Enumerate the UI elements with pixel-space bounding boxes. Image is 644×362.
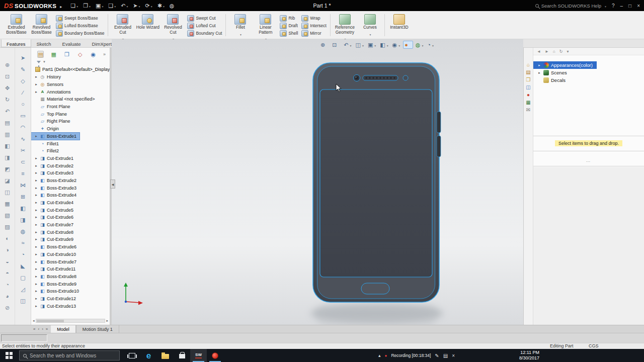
scroll-right-icon[interactable]: [106, 319, 108, 323]
appearance-tree-item[interactable]: Scenes: [533, 69, 571, 76]
expand-arrow-icon[interactable]: [34, 230, 38, 234]
configurationmanager-tab-icon[interactable]: ❐: [63, 51, 70, 58]
expand-arrow-icon[interactable]: [34, 90, 38, 94]
appearance-tree-item[interactable]: Appearances(color): [533, 61, 597, 69]
phone-screen[interactable]: [320, 89, 432, 277]
file-explorer-button[interactable]: [157, 349, 174, 362]
dimxpertmanager-tab-icon[interactable]: ◇: [77, 51, 84, 58]
tree-horizontal-scrollbar[interactable]: [33, 318, 108, 323]
appearances-tab-icon[interactable]: ●: [525, 92, 532, 98]
expand-arrow-icon[interactable]: [537, 63, 541, 67]
shell-tool-icon[interactable]: ▢: [19, 274, 27, 282]
featuremanager-tab-icon[interactable]: ▤: [37, 51, 44, 58]
appearance-tree-item[interactable]: Decals: [533, 76, 570, 84]
line-tool-icon[interactable]: ∕: [19, 88, 27, 97]
feature-tree-item[interactable]: ◎ Sensors: [31, 81, 66, 88]
pin-icon[interactable]: ▾: [567, 49, 569, 54]
motion-study-1-tab[interactable]: Motion Study 1: [76, 325, 119, 333]
zoom-to-fit-icon[interactable]: ⊕: [319, 41, 330, 49]
close-button[interactable]: ×: [637, 3, 640, 9]
curves-button[interactable]: Curves: [358, 13, 382, 37]
display-style-icon[interactable]: ◧: [379, 41, 389, 49]
help-search-box[interactable]: Search SOLIDWORKS Help: [535, 3, 607, 9]
view-palette-icon[interactable]: ◫: [525, 84, 532, 90]
expand-arrow-icon[interactable]: [34, 304, 38, 308]
expand-arrow-icon[interactable]: [34, 134, 38, 138]
feature-tree-item[interactable]: ◧ Boss-Extrude10: [31, 288, 82, 295]
feature-tree-item[interactable]: ◨ Cut-Extrude4: [31, 199, 76, 207]
feature-tree-item[interactable]: ◨ Cut-Extrude3: [31, 169, 76, 177]
shell-button[interactable]: Shell: [279, 30, 299, 37]
left-view-icon[interactable]: ◧: [3, 142, 12, 150]
propertymanager-tab-icon[interactable]: ▦: [50, 51, 57, 58]
viewport-canvas[interactable]: ⊕ ⊡ ↶ ◫ ▣ ◧ ◉ ● ◍ ◔: [112, 39, 523, 325]
boundary-cut-button[interactable]: Boundary Cut: [186, 30, 223, 37]
expand-arrow-icon[interactable]: [34, 237, 38, 241]
tray-expand-icon[interactable]: ▴: [378, 353, 381, 358]
hide-show-items-icon[interactable]: ◉: [391, 41, 402, 49]
wrap-button[interactable]: Wrap: [300, 15, 328, 22]
expand-arrow-icon[interactable]: [34, 208, 38, 212]
feature-tree-item[interactable]: ◧ Boss-Extrude6: [31, 243, 79, 251]
revolved-cut-button[interactable]: Revolved Cut: [161, 13, 185, 41]
draft-button[interactable]: Draft: [279, 23, 299, 29]
hidden-lines-removed-icon[interactable]: ▨: [3, 223, 12, 231]
feature-tree-item[interactable]: ◨ Cut-Extrude7: [31, 221, 76, 229]
feature-tree-item[interactable]: ▱ Right Plane: [31, 118, 73, 125]
search-options-caret-icon[interactable]: [604, 3, 607, 9]
view-settings-icon[interactable]: ◔: [426, 41, 435, 48]
feature-tree-item[interactable]: ◨ Cut-Extrude10: [31, 251, 79, 258]
zoom-area-icon[interactable]: ⊡: [3, 72, 12, 80]
zoom-to-area-icon[interactable]: ⊡: [331, 41, 341, 49]
feature-tree-item[interactable]: ◷ History: [31, 73, 64, 81]
draft-quality-icon[interactable]: ⊘: [3, 304, 12, 312]
feature-tree-item[interactable]: ◧ Boss-Extrude4: [31, 192, 79, 199]
extruded-cut-button[interactable]: Extruded Cut: [111, 13, 134, 41]
revolved-boss-icon[interactable]: ◍: [19, 227, 27, 235]
circle-tool-icon[interactable]: ○: [19, 100, 27, 108]
draft-tool-icon[interactable]: ◿: [19, 285, 27, 293]
custom-properties-icon[interactable]: ▦: [525, 100, 532, 105]
feature-tree-item[interactable]: ◧ Boss-Extrude9: [31, 280, 79, 288]
feature-tree-item[interactable]: ◨ Cut-Extrude6: [31, 214, 76, 221]
expand-arrow-icon[interactable]: [34, 193, 38, 197]
arc-tool-icon[interactable]: ◠: [19, 123, 27, 131]
rotate-view-icon[interactable]: ↻: [3, 96, 12, 104]
feature-tree-item[interactable]: ◨ Cut-Extrude1: [31, 155, 76, 162]
expand-arrow-icon[interactable]: [34, 201, 38, 205]
expand-arrow-icon[interactable]: [34, 215, 38, 219]
extruded-cut-icon[interactable]: ◨: [19, 216, 27, 224]
section-view-icon[interactable]: ◔: [3, 281, 12, 289]
extruded-boss-icon[interactable]: ◧: [19, 204, 27, 212]
swept-boss-icon[interactable]: ≈: [19, 239, 27, 247]
sketch-pattern-icon[interactable]: ⊞: [19, 193, 27, 201]
expand-arrow-icon[interactable]: [34, 171, 38, 175]
sketch-tab[interactable]: Sketch: [31, 39, 57, 47]
volume-button-upper[interactable]: [437, 112, 441, 133]
edit-appearance-icon[interactable]: ●: [403, 41, 413, 49]
expand-arrow-icon[interactable]: [34, 223, 38, 227]
previous-tab-icon[interactable]: [38, 327, 39, 331]
back-icon[interactable]: ◄: [537, 49, 541, 54]
panel-collapse-button[interactable]: ◀: [110, 179, 115, 189]
back-view-icon[interactable]: ▥: [3, 130, 12, 138]
file-explorer-icon[interactable]: ❐: [525, 77, 532, 82]
isometric-view-icon[interactable]: ◫: [3, 188, 12, 196]
last-tab-icon[interactable]: [46, 327, 48, 331]
linear-pattern-button[interactable]: Linear Pattern: [254, 13, 277, 41]
previous-view-icon[interactable]: ↶: [3, 107, 12, 115]
volume-button-lower[interactable]: [437, 136, 441, 157]
options-icon[interactable]: ✱: [156, 2, 167, 10]
unit-system-selector[interactable]: CGS: [589, 343, 599, 348]
rebuild-icon[interactable]: ⟳: [144, 2, 154, 10]
convert-entities-icon[interactable]: ⊂: [19, 158, 27, 166]
instant3d-button[interactable]: Instant3D: [387, 13, 411, 37]
trim-entities-icon[interactable]: ✂: [19, 146, 27, 154]
filter-icon[interactable]: [37, 61, 41, 63]
chamfer-tool-icon[interactable]: ◣: [19, 262, 27, 270]
expand-arrow-icon[interactable]: [34, 186, 38, 190]
shaded-with-edges-icon[interactable]: ◐: [3, 234, 12, 242]
evaluate-tab[interactable]: Evaluate: [57, 39, 87, 47]
swept-boss-base-button[interactable]: Swept Boss/Base: [55, 15, 105, 22]
expand-arrow-icon[interactable]: [34, 282, 38, 286]
